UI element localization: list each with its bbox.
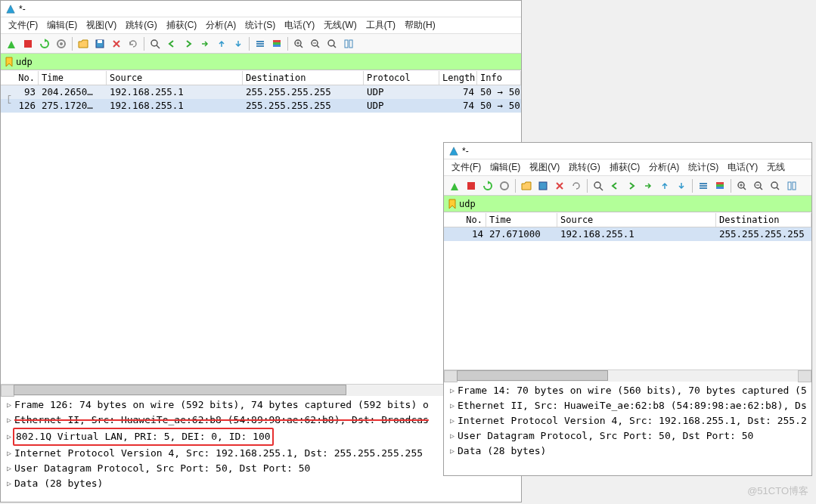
- col-info[interactable]: Info: [477, 71, 521, 85]
- menu-statistics[interactable]: 统计(S): [685, 160, 721, 175]
- last-button[interactable]: [674, 178, 689, 193]
- menu-help[interactable]: 帮助(H): [402, 18, 439, 32]
- find-button[interactable]: [147, 36, 163, 51]
- menu-go[interactable]: 跳转(G): [123, 18, 160, 32]
- expand-icon[interactable]: ▷: [4, 476, 14, 491]
- menu-file[interactable]: 文件(F): [448, 160, 484, 175]
- expand-icon[interactable]: ▷: [4, 397, 14, 413]
- expand-icon[interactable]: ▷: [4, 413, 14, 428]
- first-button[interactable]: [657, 178, 672, 193]
- zoom-reset-button[interactable]: [324, 36, 340, 51]
- menu-capture[interactable]: 捕获(C): [163, 18, 200, 32]
- col-dest[interactable]: Destination: [243, 71, 364, 85]
- autoscroll-button[interactable]: [696, 178, 711, 193]
- close-button[interactable]: [552, 178, 567, 193]
- prev-button[interactable]: [164, 36, 179, 51]
- restart-capture-button[interactable]: [480, 178, 495, 193]
- goto-button[interactable]: [641, 178, 656, 193]
- menu-statistics[interactable]: 统计(S): [242, 18, 278, 32]
- menu-file[interactable]: 文件(F): [5, 18, 41, 32]
- menu-telephony[interactable]: 电话(Y): [724, 160, 761, 175]
- packet-list-body[interactable]: 14 27.671000 192.168.255.1 255.255.255.2…: [444, 227, 811, 241]
- col-proto[interactable]: Protocol: [364, 71, 439, 85]
- colorize-button[interactable]: [269, 36, 284, 51]
- menu-view[interactable]: 视图(V): [83, 18, 119, 32]
- detail-line[interactable]: ▷Data (28 bytes): [1, 476, 521, 491]
- menu-go[interactable]: 跳转(G): [566, 160, 603, 175]
- reload-button[interactable]: [569, 178, 584, 193]
- start-capture-button[interactable]: [4, 36, 19, 51]
- expand-icon[interactable]: ▷: [4, 446, 14, 461]
- autoscroll-button[interactable]: [253, 36, 268, 51]
- zoom-out-button[interactable]: [308, 36, 323, 51]
- display-filter-input[interactable]: [459, 196, 810, 212]
- col-source[interactable]: Source: [107, 71, 243, 85]
- prev-button[interactable]: [607, 178, 622, 193]
- stop-capture-button[interactable]: [464, 178, 479, 193]
- col-no[interactable]: No.: [444, 213, 486, 227]
- last-button[interactable]: [231, 36, 246, 51]
- close-button[interactable]: [109, 36, 124, 51]
- detail-line[interactable]: ▷Internet Protocol Version 4, Src: 192.1…: [444, 413, 811, 428]
- bookmark-icon[interactable]: [447, 199, 458, 209]
- start-capture-button[interactable]: [447, 178, 462, 193]
- next-button[interactable]: [181, 36, 196, 51]
- open-file-button[interactable]: [519, 178, 534, 193]
- menu-wireless[interactable]: 无线: [764, 160, 788, 175]
- menu-edit[interactable]: 编辑(E): [44, 18, 80, 32]
- display-filter-input[interactable]: [16, 54, 520, 70]
- stop-capture-button[interactable]: [20, 36, 36, 51]
- goto-button[interactable]: [197, 36, 213, 51]
- resize-columns-button[interactable]: [784, 178, 799, 193]
- packet-row[interactable]: └ 126 275.1720… 192.168.255.1 255.255.25…: [1, 99, 521, 113]
- detail-line[interactable]: ▷User Datagram Protocol, Src Port: 50, D…: [444, 428, 811, 444]
- menu-wireless[interactable]: 无线(W): [321, 18, 359, 32]
- first-button[interactable]: [214, 36, 229, 51]
- resize-columns-button[interactable]: [341, 36, 356, 51]
- menu-tools[interactable]: 工具(T): [363, 18, 399, 32]
- menu-edit[interactable]: 编辑(E): [487, 160, 523, 175]
- menu-telephony[interactable]: 电话(Y): [281, 18, 318, 32]
- capture-options-button[interactable]: [497, 178, 512, 193]
- detail-line[interactable]: ▷Frame 14: 70 bytes on wire (560 bits), …: [444, 383, 811, 398]
- titlebar[interactable]: *-: [444, 143, 811, 159]
- restart-capture-button[interactable]: [37, 36, 52, 51]
- reload-button[interactable]: [126, 36, 141, 51]
- col-dest[interactable]: Destination: [716, 213, 811, 227]
- col-time[interactable]: Time: [39, 71, 107, 85]
- menu-analyze[interactable]: 分析(A): [646, 160, 682, 175]
- detail-line[interactable]: ▷Ethernet II, Src: HuaweiTe_ae:62:b8 (54…: [444, 398, 811, 413]
- bookmark-icon[interactable]: [4, 57, 14, 67]
- detail-line[interactable]: ▷Data (28 bytes): [444, 444, 811, 459]
- zoom-out-button[interactable]: [751, 178, 766, 193]
- packet-row[interactable]: 14 27.671000 192.168.255.1 255.255.255.2…: [444, 227, 811, 241]
- colorize-button[interactable]: [712, 178, 728, 193]
- col-source[interactable]: Source: [557, 213, 716, 227]
- zoom-reset-button[interactable]: [768, 178, 783, 193]
- col-time[interactable]: Time: [486, 213, 557, 227]
- menu-view[interactable]: 视图(V): [526, 160, 563, 175]
- next-button[interactable]: [624, 178, 639, 193]
- save-button[interactable]: [535, 178, 551, 193]
- col-no[interactable]: No.: [1, 71, 39, 85]
- capture-options-button[interactable]: [54, 36, 69, 51]
- packet-list-body[interactable]: ┌ 93 204.2650… 192.168.255.1 255.255.255…: [1, 85, 521, 113]
- zoom-in-button[interactable]: [291, 36, 306, 51]
- zoom-in-button[interactable]: [734, 178, 749, 193]
- open-file-button[interactable]: [76, 36, 91, 51]
- menu-capture[interactable]: 捕获(C): [607, 160, 644, 175]
- expand-icon[interactable]: ▷: [447, 444, 458, 459]
- col-len[interactable]: Length: [439, 71, 477, 85]
- save-button[interactable]: [92, 36, 107, 51]
- menu-analyze[interactable]: 分析(A): [203, 18, 239, 32]
- expand-icon[interactable]: ▷: [4, 461, 14, 476]
- packet-details[interactable]: ▷Frame 14: 70 bytes on wire (560 bits), …: [444, 382, 811, 475]
- expand-icon[interactable]: ▷: [447, 398, 458, 413]
- find-button[interactable]: [591, 178, 606, 193]
- expand-icon[interactable]: ▷: [447, 383, 458, 398]
- hscrollbar[interactable]: [444, 369, 811, 382]
- titlebar[interactable]: *-: [1, 1, 521, 17]
- expand-icon[interactable]: ▷: [447, 413, 458, 428]
- expand-icon[interactable]: ▷: [447, 428, 458, 444]
- packet-row[interactable]: ┌ 93 204.2650… 192.168.255.1 255.255.255…: [1, 85, 521, 99]
